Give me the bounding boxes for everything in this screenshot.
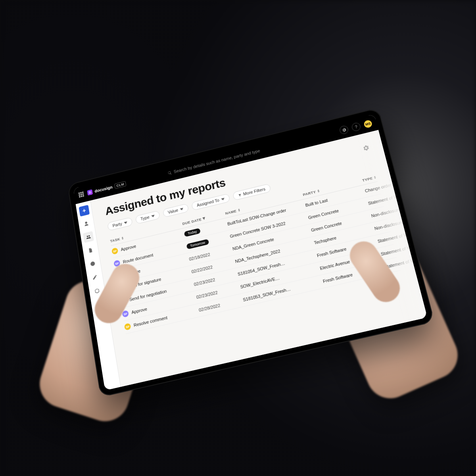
sidebar-item-profile[interactable] (81, 218, 92, 230)
filter-value[interactable]: Value (162, 203, 189, 218)
scene-stage: D docusign CLM Search by details such as… (0, 0, 476, 476)
chevron-down-icon (151, 214, 155, 218)
box-icon (94, 288, 100, 294)
brand-name: docusign (94, 185, 113, 194)
product-badge: CLM (114, 181, 127, 189)
filter-value-label: Value (167, 208, 178, 215)
filter-more[interactable]: More Filters (232, 184, 271, 201)
filter-more-label: More Filters (243, 186, 266, 196)
sidebar-item-documents[interactable] (85, 244, 96, 256)
assignee-avatar: SF (111, 248, 118, 255)
task-label: Approve (121, 244, 136, 252)
filter-type[interactable]: Type (135, 210, 160, 224)
pen-icon (92, 274, 98, 280)
task-label: Approve (131, 307, 148, 315)
sidebar-item-reports[interactable] (83, 231, 94, 243)
filter-type-label: Type (140, 215, 150, 221)
assignee-avatar: SF (124, 323, 131, 330)
chevron-down-icon (221, 197, 225, 201)
filter-party-label: Party (112, 221, 123, 228)
badge-tomorrow: Tomorrow (186, 239, 209, 249)
sidebar-item-sign[interactable] (89, 271, 100, 284)
sidebar-item-history[interactable] (87, 258, 98, 270)
chevron-down-icon (180, 207, 184, 211)
chevron-down-icon (124, 221, 128, 225)
filter-assigned-to-label: Assigned To (196, 198, 220, 208)
person-icon (83, 221, 89, 227)
filter-assigned-to[interactable]: Assigned To (191, 194, 230, 211)
help-icon[interactable]: ? (351, 122, 361, 132)
view-settings-icon[interactable] (362, 144, 370, 152)
badge-today: Today (184, 228, 201, 237)
filter-party[interactable]: Party (107, 217, 133, 231)
sidebar-new-button[interactable]: + (79, 205, 90, 217)
brand-mark-icon: D (87, 189, 93, 196)
app-switcher-icon[interactable] (78, 192, 84, 198)
document-icon (88, 247, 94, 253)
filter-icon (238, 193, 242, 197)
user-avatar[interactable]: MS (363, 119, 373, 129)
settings-icon[interactable] (339, 125, 349, 135)
people-icon (85, 234, 91, 240)
search-icon (167, 170, 172, 175)
clock-icon (90, 261, 96, 267)
